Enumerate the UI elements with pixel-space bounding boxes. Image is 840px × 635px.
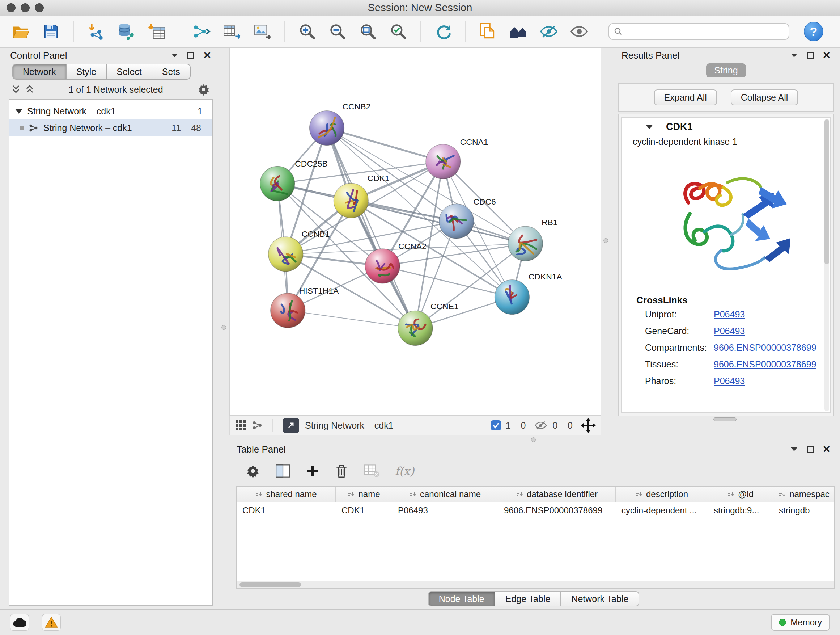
tab-network[interactable]: Network (12, 64, 66, 80)
help-button[interactable]: ? (804, 22, 823, 41)
hide-details-button[interactable] (537, 19, 561, 43)
network-node-cdk1[interactable] (333, 183, 368, 218)
results-float-button[interactable] (807, 52, 813, 59)
string-results-tab[interactable]: String (706, 63, 745, 78)
refresh-button[interactable] (431, 19, 455, 43)
network-graph[interactable]: CCNB2CCNA1CDC25BCDK1CDC6RB1CCNB1CCNA2CDK… (230, 48, 601, 415)
cell-shared-name[interactable]: CDK1 (237, 502, 336, 518)
network-node-ccnb1[interactable] (268, 237, 303, 272)
detach-view-button[interactable] (283, 418, 299, 433)
left-splitter-grip[interactable] (221, 325, 226, 330)
panel-close-button[interactable]: ✕ (203, 51, 211, 60)
results-close-button[interactable]: ✕ (822, 51, 831, 60)
crosslink-genecard[interactable]: P06493 (714, 326, 745, 336)
show-details-button[interactable] (567, 19, 591, 43)
results-menu-button[interactable] (790, 53, 798, 58)
cell-database-identifier[interactable]: 9606.ENSP00000378699 (498, 502, 616, 518)
cell-canonical-name[interactable]: P06493 (392, 502, 498, 518)
network-node-ccne1[interactable] (398, 311, 433, 346)
right-splitter-grip[interactable] (603, 238, 608, 243)
network-node-cdc6[interactable] (439, 204, 474, 239)
table-horizontal-scrollbar[interactable] (237, 581, 834, 588)
table-menu-button[interactable] (790, 447, 798, 452)
tab-sets[interactable]: Sets (152, 64, 191, 80)
panel-float-button[interactable] (187, 52, 194, 59)
crosslink-tissues[interactable]: 9606.ENSP00000378699 (714, 359, 816, 370)
collapse-gene-triangle-icon[interactable] (646, 125, 653, 129)
export-network-button[interactable] (189, 19, 213, 43)
column-header-canonical-name[interactable]: canonical name (392, 486, 498, 502)
table-float-button[interactable] (807, 446, 813, 453)
zoom-selected-button[interactable] (386, 19, 410, 43)
network-node-cdc25b[interactable] (260, 166, 295, 201)
hidden-eye-slash-icon[interactable] (534, 419, 548, 432)
network-edge[interactable] (327, 128, 443, 162)
results-splitter-grip[interactable] (714, 417, 737, 421)
duplicate-network-button[interactable] (476, 19, 500, 43)
delete-column-button[interactable] (335, 464, 348, 478)
network-edge[interactable] (327, 128, 415, 328)
network-node-rb1[interactable] (508, 226, 543, 261)
zoom-in-button[interactable] (295, 19, 319, 43)
minimize-window-button[interactable] (21, 3, 30, 12)
network-node-ccna1[interactable] (426, 144, 461, 179)
add-column-button[interactable] (306, 464, 319, 478)
import-network-database-button[interactable] (114, 19, 138, 43)
column-header-namespace[interactable]: namespac (773, 486, 835, 502)
scrollbar-thumb[interactable] (240, 582, 301, 587)
network-row-selected[interactable]: String Network – cdk1 11 48 (9, 119, 212, 136)
network-options-button[interactable] (197, 83, 210, 96)
show-columns-button[interactable] (276, 464, 290, 478)
tab-node-table[interactable]: Node Table (428, 591, 495, 606)
open-session-button[interactable] (9, 19, 33, 43)
network-collection-row[interactable]: String Network – cdk1 1 (9, 103, 212, 119)
column-header-name[interactable]: name (336, 486, 392, 502)
gene-header[interactable]: CDK1 (622, 118, 830, 136)
cloud-status-button[interactable] (10, 614, 29, 631)
close-window-button[interactable] (6, 3, 16, 12)
save-session-button[interactable] (39, 19, 63, 43)
expand-all-button[interactable]: Expand All (654, 89, 717, 105)
pan-move-icon[interactable] (581, 418, 596, 433)
network-node-ccna2[interactable] (365, 249, 400, 283)
crosslink-compartments[interactable]: 9606.ENSP00000378699 (714, 342, 816, 353)
results-scrollbar-thumb[interactable] (824, 119, 829, 264)
network-node-cdkn1a[interactable] (495, 280, 530, 315)
zoom-window-button[interactable] (35, 3, 44, 12)
zoom-fit-button[interactable] (356, 19, 380, 43)
grid-view-button[interactable] (235, 420, 246, 431)
bottom-splitter-grip[interactable] (531, 437, 536, 442)
export-image-button[interactable] (250, 19, 274, 43)
network-canvas[interactable]: CCNB2CCNA1CDC25BCDK1CDC6RB1CCNB1CCNA2CDK… (229, 48, 601, 416)
table-close-button[interactable]: ✕ (822, 445, 831, 454)
search-box[interactable] (608, 23, 789, 40)
column-header-database-identifier[interactable]: database identifier (498, 486, 616, 502)
network-view-share-button[interactable] (252, 420, 263, 431)
column-header-description[interactable]: description (616, 486, 708, 502)
selected-checkbox-icon[interactable] (491, 420, 501, 431)
memory-button[interactable]: Memory (771, 614, 830, 631)
network-node-ccnb2[interactable] (309, 111, 344, 146)
network-node-hist1h1a[interactable] (271, 293, 305, 328)
tab-select[interactable]: Select (107, 64, 152, 80)
cell-namespace[interactable]: stringdb (773, 502, 835, 518)
expand-all-networks-button[interactable] (11, 85, 20, 94)
table-row[interactable]: CDK1 CDK1 P06493 9606.ENSP00000378699 cy… (237, 502, 834, 518)
column-header-id[interactable]: @id (708, 486, 773, 502)
column-header-shared-name[interactable]: shared name (237, 486, 336, 502)
delete-table-button[interactable] (364, 464, 379, 478)
warnings-button[interactable] (42, 614, 61, 631)
import-network-file-button[interactable] (84, 19, 108, 43)
panel-menu-button[interactable] (171, 53, 179, 58)
expand-triangle-icon[interactable] (15, 109, 22, 114)
export-table-button[interactable] (220, 19, 244, 43)
zoom-out-button[interactable] (325, 19, 349, 43)
crosslink-uniprot[interactable]: P06493 (714, 309, 745, 320)
network-edge[interactable] (288, 310, 415, 328)
tab-style[interactable]: Style (66, 64, 107, 80)
cell-name[interactable]: CDK1 (336, 502, 392, 518)
collapse-all-networks-button[interactable] (25, 85, 34, 94)
tab-edge-table[interactable]: Edge Table (495, 591, 561, 606)
table-settings-button[interactable] (246, 464, 260, 478)
cell-id[interactable]: stringdb:9... (708, 502, 773, 518)
